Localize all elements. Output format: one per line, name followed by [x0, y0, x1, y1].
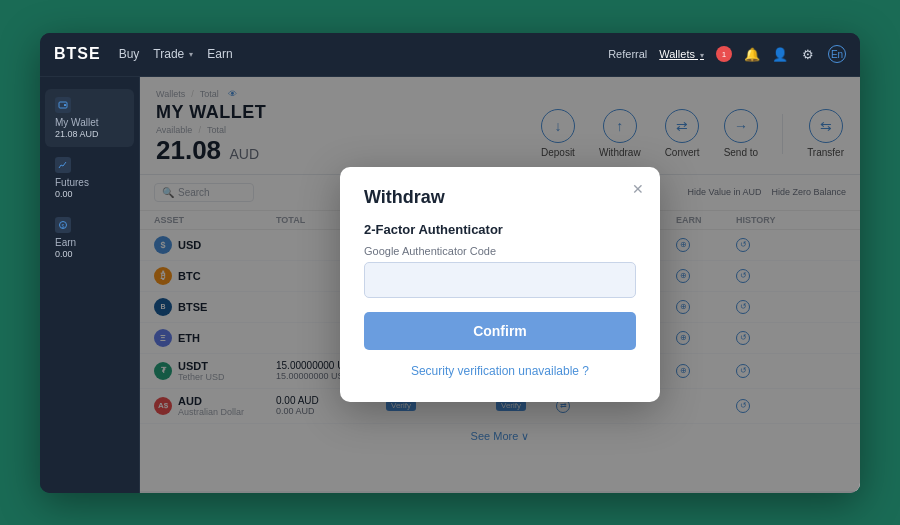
- earn-icon: $: [55, 217, 71, 233]
- trade-arrow: ▾: [189, 50, 193, 59]
- modal-field-label: Google Authenticator Code: [364, 245, 636, 257]
- sidebar-item-earn[interactable]: $ Earn 0.00: [45, 209, 134, 267]
- modal-close-button[interactable]: ✕: [632, 181, 644, 197]
- nav-wallets[interactable]: Wallets ▾: [659, 48, 704, 60]
- svg-rect-1: [64, 104, 66, 106]
- security-link[interactable]: Security verification unavailable ?: [364, 364, 636, 378]
- main-layout: My Wallet 21.08 AUD Futures 0.00 $ Earn …: [40, 77, 860, 493]
- lang-selector[interactable]: En: [828, 45, 846, 63]
- content-area: Wallets / Total 👁 MY WALLET Available / …: [140, 77, 860, 493]
- futures-icon: [55, 157, 71, 173]
- top-nav: BTSE Buy Trade ▾ Earn Referral Wallets ▾…: [40, 33, 860, 77]
- svg-text:$: $: [62, 222, 65, 228]
- modal-overlay[interactable]: ✕ Withdraw 2-Factor Authenticator Google…: [140, 77, 860, 493]
- withdraw-modal: ✕ Withdraw 2-Factor Authenticator Google…: [340, 167, 660, 402]
- notification-icon[interactable]: 1: [716, 46, 732, 62]
- sidebar-wallet-label: My Wallet: [55, 117, 124, 128]
- nav-links: Buy Trade ▾ Earn: [119, 47, 233, 61]
- sidebar-futures-value: 0.00: [55, 189, 124, 199]
- sidebar-earn-value: 0.00: [55, 249, 124, 259]
- nav-trade[interactable]: Trade ▾: [153, 47, 193, 61]
- sidebar-item-futures[interactable]: Futures 0.00: [45, 149, 134, 207]
- authenticator-code-input[interactable]: [364, 262, 636, 298]
- nav-buy[interactable]: Buy: [119, 47, 140, 61]
- modal-section-title: 2-Factor Authenticator: [364, 222, 636, 237]
- sidebar: My Wallet 21.08 AUD Futures 0.00 $ Earn …: [40, 77, 140, 493]
- nav-earn[interactable]: Earn: [207, 47, 232, 61]
- confirm-button[interactable]: Confirm: [364, 312, 636, 350]
- modal-title: Withdraw: [364, 187, 636, 208]
- settings-icon[interactable]: ⚙: [800, 46, 816, 62]
- wallet-icon: [55, 97, 71, 113]
- sidebar-wallet-value: 21.08 AUD: [55, 129, 124, 139]
- bell-icon[interactable]: 🔔: [744, 46, 760, 62]
- sidebar-futures-label: Futures: [55, 177, 124, 188]
- nav-referral[interactable]: Referral: [608, 48, 647, 60]
- sidebar-item-wallet[interactable]: My Wallet 21.08 AUD: [45, 89, 134, 147]
- wallets-arrow: ▾: [700, 51, 704, 60]
- logo[interactable]: BTSE: [54, 45, 101, 63]
- nav-right: Referral Wallets ▾ 1 🔔 👤 ⚙ En: [608, 45, 846, 63]
- user-icon[interactable]: 👤: [772, 46, 788, 62]
- sidebar-earn-label: Earn: [55, 237, 124, 248]
